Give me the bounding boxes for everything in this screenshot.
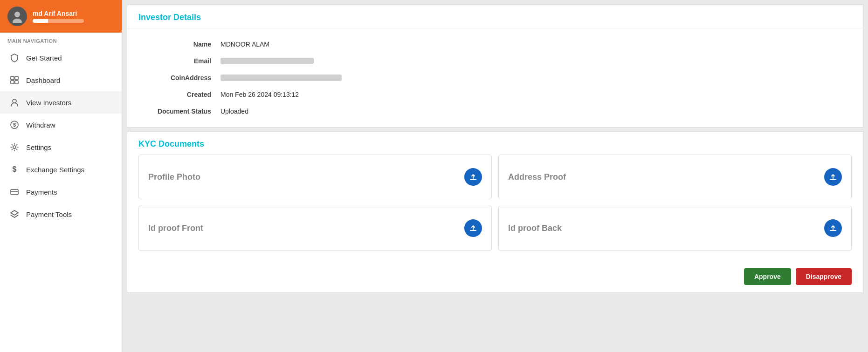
approve-button[interactable]: Approve [744,268,791,285]
svg-rect-3 [15,76,18,80]
svg-text:$: $ [13,165,17,173]
upload-icon-id-proof-front[interactable] [464,219,482,237]
sidebar-item-withdraw-label: Withdraw [26,121,55,129]
sidebar-item-payment-tools-label: Payment Tools [26,210,72,218]
main-content: Investor Details Name MDNOOR ALAM Email … [122,0,868,352]
email-row: Email [146,53,844,69]
sidebar-item-payments[interactable]: Payments [0,181,122,203]
svg-text:$: $ [13,122,16,128]
gear-icon [9,142,20,152]
doc-address-proof-label: Address Proof [508,172,566,182]
sidebar-item-exchange-settings-label: Exchange Settings [26,166,84,174]
upload-icon-profile-photo[interactable] [464,168,482,186]
investor-details-title: Investor Details [127,5,863,28]
kyc-documents-card: KYC Documents Profile Photo Address Proo… [127,131,863,293]
kyc-docs-grid: Profile Photo Address Proof [127,155,863,260]
sidebar-item-get-started-label: Get Started [26,54,62,62]
svg-point-0 [14,12,20,17]
document-status-label: Document Status [146,108,220,115]
coin-address-label: CoinAddress [146,74,220,81]
document-status-value: Uploaded [220,108,248,115]
sidebar-item-dashboard[interactable]: Dashboard [0,69,122,91]
sidebar-item-get-started[interactable]: Get Started [0,47,122,69]
sidebar-item-payment-tools[interactable]: Payment Tools [0,203,122,225]
avatar [7,7,27,26]
sidebar-item-view-investors[interactable]: View Investors [0,91,122,114]
progress-fill [33,19,48,23]
disapprove-button[interactable]: Disapprove [796,268,852,285]
svg-rect-2 [11,76,14,80]
svg-point-9 [13,146,16,149]
dashboard-icon [9,75,20,85]
person-icon [9,97,20,108]
layers-icon [9,209,20,219]
sidebar-item-dashboard-label: Dashboard [26,76,60,84]
sidebar-username: md Arif Ansari [33,10,84,17]
created-row: Created Mon Feb 26 2024 09:13:12 [146,86,844,103]
svg-rect-4 [11,81,14,84]
investor-details-table: Name MDNOOR ALAM Email CoinAddress Creat… [127,28,863,127]
progress-bar [33,19,84,23]
nav-label: MAIN NAVIGATION [0,33,122,47]
svg-rect-11 [11,190,18,195]
user-info: md Arif Ansari [33,10,84,23]
shield-icon [9,53,20,63]
email-label: Email [146,57,220,65]
name-row: Name MDNOOR ALAM [146,36,844,53]
doc-profile-photo: Profile Photo [138,155,492,199]
investor-details-card: Investor Details Name MDNOOR ALAM Email … [127,5,863,128]
dollar-outline-icon: $ [9,164,20,175]
main-nav: Get Started Dashboard View Investors [0,47,122,225]
action-buttons: Approve Disapprove [744,268,852,285]
upload-icon-address-proof[interactable] [824,168,842,186]
svg-point-6 [13,99,16,103]
dollar-icon: $ [9,120,20,130]
doc-id-proof-front: Id proof Front [138,206,492,250]
upload-icon-id-proof-back[interactable] [824,219,842,237]
name-value: MDNOOR ALAM [220,41,269,48]
created-value: Mon Feb 26 2024 09:13:12 [220,91,299,98]
sidebar-item-settings-label: Settings [26,143,51,151]
email-redacted [220,58,314,64]
doc-id-proof-front-label: Id proof Front [148,223,203,233]
sidebar-item-withdraw[interactable]: $ Withdraw [0,114,122,136]
card-icon [9,187,20,197]
sidebar: md Arif Ansari MAIN NAVIGATION Get Start… [0,0,122,352]
kyc-documents-title: KYC Documents [127,132,863,155]
svg-point-1 [13,19,22,23]
coin-address-redacted [220,74,342,81]
name-label: Name [146,41,220,48]
sidebar-item-payments-label: Payments [26,188,57,196]
coin-address-row: CoinAddress [146,69,844,86]
sidebar-item-exchange-settings[interactable]: $ Exchange Settings [0,158,122,181]
sidebar-item-settings[interactable]: Settings [0,136,122,158]
doc-address-proof: Address Proof [498,155,852,199]
created-label: Created [146,91,220,98]
doc-id-proof-back-label: Id proof Back [508,223,562,233]
document-status-row: Document Status Uploaded [146,103,844,120]
doc-id-proof-back: Id proof Back [498,206,852,250]
svg-rect-5 [15,81,18,84]
sidebar-item-view-investors-label: View Investors [26,99,71,107]
sidebar-header: md Arif Ansari [0,0,122,33]
doc-profile-photo-label: Profile Photo [148,172,200,182]
